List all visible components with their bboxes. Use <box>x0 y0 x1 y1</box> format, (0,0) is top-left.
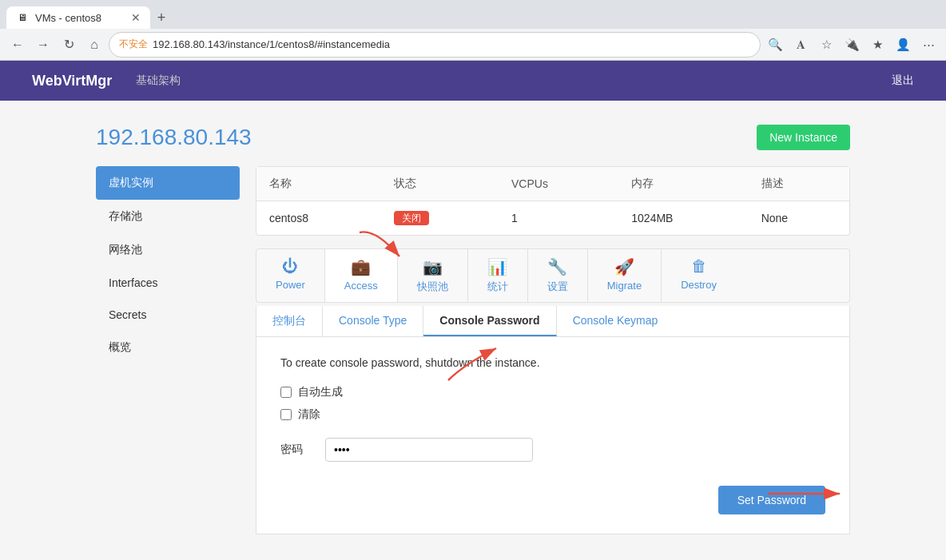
browser-chrome: 🖥 VMs - centos8 ✕ + ← → ↻ ⌂ 不安全 192.168.… <box>0 0 946 61</box>
content-panel: To create console password, shutdown the… <box>256 337 850 534</box>
bookmark-button[interactable]: ☆ <box>815 34 837 56</box>
password-input[interactable] <box>325 438 533 462</box>
tab-bar: 🖥 VMs - centos8 ✕ + <box>0 0 946 29</box>
settings-icon: 🔧 <box>547 257 567 276</box>
clear-checkbox[interactable] <box>280 409 292 420</box>
auto-generate-checkbox[interactable] <box>280 387 292 398</box>
main-area: 虚机实例 存储池 网络池 Interfaces Secrets 概览 <box>96 166 850 534</box>
back-button[interactable]: ← <box>6 34 29 56</box>
tab-stats[interactable]: 📊 统计 <box>468 249 528 302</box>
destroy-icon: 🗑 <box>691 257 707 276</box>
sidebar-item-interfaces[interactable]: Interfaces <box>96 267 240 299</box>
tab-power-label: Power <box>276 279 305 291</box>
auto-generate-row: 自动生成 <box>280 385 825 399</box>
sidebar-item-storage[interactable]: 存储池 <box>96 200 240 233</box>
tab-migrate[interactable]: 🚀 Migrate <box>588 249 662 302</box>
col-name: 名称 <box>256 167 381 201</box>
sidebar-item-vms[interactable]: 虚机实例 <box>96 166 240 200</box>
snapshot-icon: 📷 <box>423 257 443 276</box>
url-display: 192.168.80.143/instance/1/centos8/#insta… <box>153 38 750 50</box>
action-tabs: ⏻ Power 💼 Access 📷 快照池 📊 统计 🔧 设置 <box>256 248 850 303</box>
page-title: 192.168.80.143 <box>96 125 252 150</box>
sidebar-item-overview[interactable]: 概览 <box>96 331 240 364</box>
app-header-left: WebVirtMgr 基础架构 <box>32 73 181 89</box>
new-tab-button[interactable]: + <box>150 6 173 29</box>
power-icon: ⏻ <box>282 257 298 276</box>
page-content: 192.168.80.143 New Instance 虚机实例 存储池 网络池… <box>0 101 946 560</box>
logout-button[interactable]: 退出 <box>892 73 914 88</box>
app-header: WebVirtMgr 基础架构 退出 <box>0 61 946 101</box>
status-badge: 关闭 <box>394 211 429 225</box>
tab-title: VMs - centos8 <box>35 12 125 24</box>
font-button[interactable]: 𝐀 <box>789 34 812 56</box>
clear-row: 清除 <box>280 407 825 422</box>
browser-actions: 🔍 𝐀 ☆ 🔌 ★ 👤 ⋯ <box>764 34 940 56</box>
arrow-to-setpassword <box>760 478 856 510</box>
app-title: WebVirtMgr <box>32 73 112 89</box>
extensions-button[interactable]: 🔌 <box>841 34 863 56</box>
tab-settings[interactable]: 🔧 设置 <box>528 249 588 302</box>
clear-label: 清除 <box>298 407 320 422</box>
page-header: 192.168.80.143 New Instance <box>96 125 850 150</box>
instance-table: 名称 状态 VCPUs 内存 描述 centos8 关闭 <box>256 166 850 236</box>
password-label: 密码 <box>280 443 312 457</box>
tab-snapshots-label: 快照池 <box>417 280 448 294</box>
instance-vcpus: 1 <box>499 201 618 236</box>
arrow-to-access <box>352 224 415 264</box>
tab-migrate-label: Migrate <box>607 280 642 292</box>
table-row: centos8 关闭 1 1024MB None <box>256 201 849 236</box>
favorites-button[interactable]: ★ <box>866 34 888 56</box>
sub-tabs: 控制台 Console Type Console Password Consol… <box>256 306 850 337</box>
tab-close-button[interactable]: ✕ <box>131 11 141 24</box>
col-memory: 内存 <box>618 167 748 201</box>
console-message: To create console password, shutdown the… <box>280 356 825 369</box>
tab-settings-label: 设置 <box>547 280 568 294</box>
new-instance-button[interactable]: New Instance <box>757 125 850 150</box>
migrate-icon: 🚀 <box>614 257 634 276</box>
password-row: 密码 <box>280 438 825 462</box>
main-panel: 名称 状态 VCPUs 内存 描述 centos8 关闭 <box>256 166 850 534</box>
tab-stats-label: 统计 <box>487 280 508 294</box>
subtab-console-type[interactable]: Console Type <box>323 306 423 336</box>
instance-description: None <box>749 201 849 236</box>
security-warning: 不安全 <box>119 38 148 51</box>
browser-controls: ← → ↻ ⌂ 不安全 192.168.80.143/instance/1/ce… <box>0 29 946 61</box>
subtab-console[interactable]: 控制台 <box>256 306 323 336</box>
col-status: 状态 <box>381 167 499 201</box>
reload-button[interactable]: ↻ <box>58 34 80 56</box>
instance-memory: 1024MB <box>618 201 748 236</box>
stats-icon: 📊 <box>487 257 507 276</box>
tab-destroy-label: Destroy <box>681 279 717 291</box>
tab-access-label: Access <box>344 280 378 292</box>
home-button[interactable]: ⌂ <box>83 34 105 56</box>
col-vcpus: VCPUs <box>499 167 618 201</box>
subtab-console-keymap[interactable]: Console Keymap <box>557 306 674 336</box>
nav-infrastructure[interactable]: 基础架构 <box>136 73 181 88</box>
browser-tab[interactable]: 🖥 VMs - centos8 ✕ <box>6 6 150 29</box>
col-description: 描述 <box>749 167 849 201</box>
more-button[interactable]: ⋯ <box>917 34 940 56</box>
tab-favicon: 🖥 <box>16 11 29 24</box>
tab-destroy[interactable]: 🗑 Destroy <box>662 249 736 302</box>
address-bar[interactable]: 不安全 192.168.80.143/instance/1/centos8/#i… <box>109 32 761 58</box>
subtab-console-password[interactable]: Console Password <box>423 306 556 336</box>
arrow-to-password <box>440 340 520 388</box>
tab-power[interactable]: ⏻ Power <box>256 249 325 302</box>
profile-button[interactable]: 👤 <box>892 34 914 56</box>
sidebar-item-network[interactable]: 网络池 <box>96 233 240 267</box>
forward-button[interactable]: → <box>32 34 54 56</box>
sidebar: 虚机实例 存储池 网络池 Interfaces Secrets 概览 <box>96 166 240 534</box>
sidebar-item-secrets[interactable]: Secrets <box>96 299 240 331</box>
auto-generate-label: 自动生成 <box>298 385 343 399</box>
search-button[interactable]: 🔍 <box>764 34 786 56</box>
